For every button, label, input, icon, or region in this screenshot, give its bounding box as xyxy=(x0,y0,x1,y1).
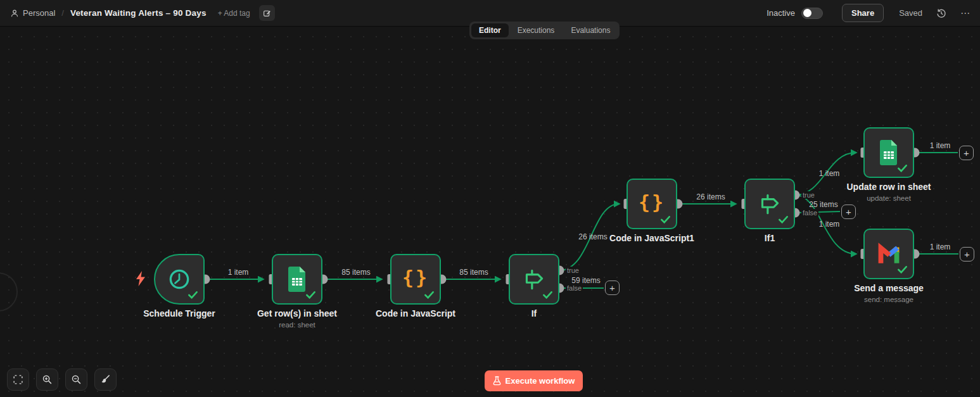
add-node-button-if-false[interactable]: + xyxy=(605,280,620,295)
success-check-icon xyxy=(898,165,907,172)
paintbrush-icon xyxy=(100,374,111,385)
code-braces-icon: {} xyxy=(402,267,429,289)
clock-icon xyxy=(166,266,193,293)
add-node-button-update[interactable]: + xyxy=(959,146,974,160)
add-tag-button[interactable]: + Add tag xyxy=(218,9,250,18)
success-check-icon xyxy=(898,266,907,274)
add-node-button-send[interactable]: + xyxy=(960,247,974,262)
node-get-rows-in-sheet[interactable] xyxy=(272,254,322,305)
google-sheets-icon xyxy=(877,139,901,166)
share-button[interactable]: Share xyxy=(842,4,884,22)
history-icon xyxy=(936,8,946,18)
node-code-in-javascript1[interactable]: {} xyxy=(627,179,677,229)
fit-view-icon xyxy=(13,374,23,385)
person-icon xyxy=(10,9,19,18)
project-name: Personal xyxy=(23,8,55,18)
trigger-bolt-icon xyxy=(136,271,146,286)
edit-workflow-button[interactable] xyxy=(259,5,275,21)
breadcrumb-project[interactable]: Personal xyxy=(10,8,55,18)
workflow-status-label: Inactive xyxy=(767,8,795,18)
pencil-square-icon xyxy=(263,9,271,17)
tab-executions[interactable]: Executions xyxy=(510,23,563,37)
success-check-icon xyxy=(188,291,198,299)
signpost-icon xyxy=(756,191,783,217)
success-check-icon xyxy=(543,291,552,299)
saved-status: Saved xyxy=(899,8,922,18)
node-if1[interactable] xyxy=(744,179,795,229)
success-check-icon xyxy=(306,291,315,299)
more-icon: ⋯ xyxy=(960,8,970,19)
execute-workflow-button[interactable]: Execute workflow xyxy=(485,370,583,391)
success-check-icon xyxy=(661,216,670,224)
zoom-to-fit-button[interactable] xyxy=(7,369,29,391)
google-sheets-icon xyxy=(285,266,309,293)
app-window: Personal / Veteran Waiting Alerts – 90 D… xyxy=(0,0,980,397)
zoom-in-icon xyxy=(42,374,53,385)
toggle-knob xyxy=(803,9,811,17)
success-check-icon xyxy=(779,216,788,224)
tab-editor[interactable]: Editor xyxy=(471,23,509,37)
tidy-up-button[interactable] xyxy=(94,369,117,391)
active-toggle[interactable] xyxy=(801,8,823,19)
add-node-button-if1-false[interactable]: + xyxy=(841,205,856,219)
flask-icon xyxy=(493,376,501,386)
more-menu-button[interactable]: ⋯ xyxy=(960,8,970,19)
success-check-icon xyxy=(424,291,434,299)
node-if[interactable] xyxy=(509,254,559,305)
node-code-in-javascript[interactable]: {} xyxy=(390,254,441,305)
zoom-in-button[interactable] xyxy=(36,369,58,391)
workflow-history-button[interactable] xyxy=(936,8,946,18)
workflow-title[interactable]: Veteran Waiting Alerts – 90 Days xyxy=(70,8,207,18)
node-update-row-in-sheet[interactable] xyxy=(863,127,914,178)
gmail-icon xyxy=(875,242,903,266)
execute-workflow-label: Execute workflow xyxy=(506,376,575,386)
zoom-out-icon xyxy=(71,374,82,385)
tab-evaluations[interactable]: Evaluations xyxy=(563,23,618,37)
code-braces-icon: {} xyxy=(639,191,665,213)
signpost-icon xyxy=(521,266,547,293)
node-send-a-message[interactable] xyxy=(863,229,914,279)
breadcrumb-separator: / xyxy=(61,8,64,18)
zoom-out-button[interactable] xyxy=(65,369,87,391)
canvas-controls xyxy=(7,369,117,391)
node-schedule-trigger[interactable] xyxy=(154,254,205,305)
view-tabs: Editor Executions Evaluations xyxy=(469,22,620,39)
